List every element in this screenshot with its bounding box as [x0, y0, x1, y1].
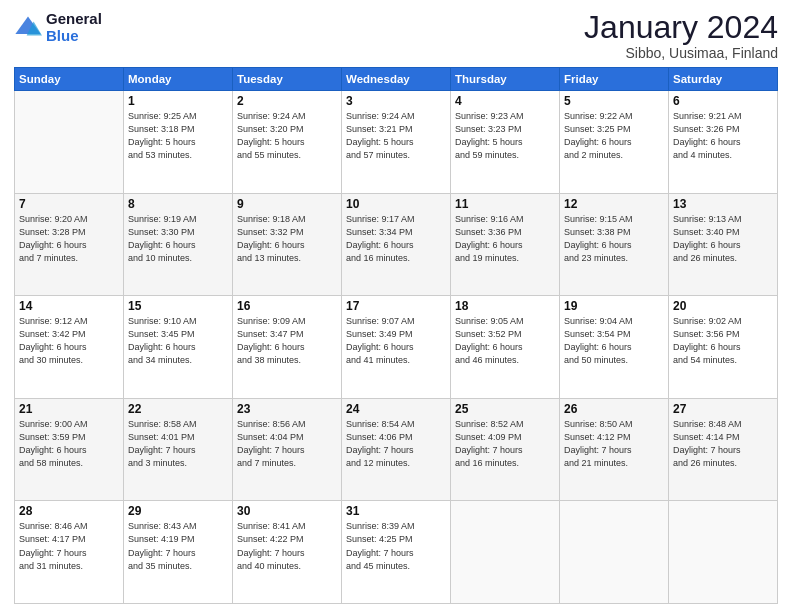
calendar-week-row: 14Sunrise: 9:12 AM Sunset: 3:42 PM Dayli…: [15, 296, 778, 399]
calendar-day-cell: 18Sunrise: 9:05 AM Sunset: 3:52 PM Dayli…: [451, 296, 560, 399]
day-info: Sunrise: 8:54 AM Sunset: 4:06 PM Dayligh…: [346, 418, 446, 470]
calendar-day-cell: 14Sunrise: 9:12 AM Sunset: 3:42 PM Dayli…: [15, 296, 124, 399]
calendar-day-cell: 2Sunrise: 9:24 AM Sunset: 3:20 PM Daylig…: [233, 91, 342, 194]
day-info: Sunrise: 9:00 AM Sunset: 3:59 PM Dayligh…: [19, 418, 119, 470]
calendar-day-cell: 21Sunrise: 9:00 AM Sunset: 3:59 PM Dayli…: [15, 398, 124, 501]
calendar-day-cell: 30Sunrise: 8:41 AM Sunset: 4:22 PM Dayli…: [233, 501, 342, 604]
page-subtitle: Sibbo, Uusimaa, Finland: [584, 45, 778, 61]
day-info: Sunrise: 9:24 AM Sunset: 3:21 PM Dayligh…: [346, 110, 446, 162]
day-number: 4: [455, 94, 555, 108]
calendar-day-cell: 1Sunrise: 9:25 AM Sunset: 3:18 PM Daylig…: [124, 91, 233, 194]
day-number: 24: [346, 402, 446, 416]
calendar-day-cell: 16Sunrise: 9:09 AM Sunset: 3:47 PM Dayli…: [233, 296, 342, 399]
calendar-day-cell: 29Sunrise: 8:43 AM Sunset: 4:19 PM Dayli…: [124, 501, 233, 604]
day-info: Sunrise: 9:17 AM Sunset: 3:34 PM Dayligh…: [346, 213, 446, 265]
day-info: Sunrise: 9:19 AM Sunset: 3:30 PM Dayligh…: [128, 213, 228, 265]
calendar-day-cell: 11Sunrise: 9:16 AM Sunset: 3:36 PM Dayli…: [451, 193, 560, 296]
day-number: 10: [346, 197, 446, 211]
day-info: Sunrise: 8:50 AM Sunset: 4:12 PM Dayligh…: [564, 418, 664, 470]
weekday-header-row: SundayMondayTuesdayWednesdayThursdayFrid…: [15, 68, 778, 91]
day-number: 30: [237, 504, 337, 518]
calendar-day-cell: [451, 501, 560, 604]
calendar-day-cell: 5Sunrise: 9:22 AM Sunset: 3:25 PM Daylig…: [560, 91, 669, 194]
calendar-day-cell: 20Sunrise: 9:02 AM Sunset: 3:56 PM Dayli…: [669, 296, 778, 399]
logo-icon: [14, 13, 42, 41]
day-number: 19: [564, 299, 664, 313]
day-info: Sunrise: 9:04 AM Sunset: 3:54 PM Dayligh…: [564, 315, 664, 367]
day-number: 26: [564, 402, 664, 416]
calendar-day-cell: 19Sunrise: 9:04 AM Sunset: 3:54 PM Dayli…: [560, 296, 669, 399]
calendar-day-cell: 10Sunrise: 9:17 AM Sunset: 3:34 PM Dayli…: [342, 193, 451, 296]
day-number: 5: [564, 94, 664, 108]
day-info: Sunrise: 9:02 AM Sunset: 3:56 PM Dayligh…: [673, 315, 773, 367]
day-info: Sunrise: 9:13 AM Sunset: 3:40 PM Dayligh…: [673, 213, 773, 265]
weekday-header-friday: Friday: [560, 68, 669, 91]
calendar-week-row: 21Sunrise: 9:00 AM Sunset: 3:59 PM Dayli…: [15, 398, 778, 501]
day-info: Sunrise: 8:56 AM Sunset: 4:04 PM Dayligh…: [237, 418, 337, 470]
page: General Blue January 2024 Sibbo, Uusimaa…: [0, 0, 792, 612]
day-number: 20: [673, 299, 773, 313]
day-info: Sunrise: 8:46 AM Sunset: 4:17 PM Dayligh…: [19, 520, 119, 572]
weekday-header-tuesday: Tuesday: [233, 68, 342, 91]
calendar-week-row: 7Sunrise: 9:20 AM Sunset: 3:28 PM Daylig…: [15, 193, 778, 296]
calendar-day-cell: 24Sunrise: 8:54 AM Sunset: 4:06 PM Dayli…: [342, 398, 451, 501]
day-info: Sunrise: 8:41 AM Sunset: 4:22 PM Dayligh…: [237, 520, 337, 572]
header: General Blue January 2024 Sibbo, Uusimaa…: [14, 10, 778, 61]
day-number: 31: [346, 504, 446, 518]
day-number: 25: [455, 402, 555, 416]
day-number: 21: [19, 402, 119, 416]
day-info: Sunrise: 9:18 AM Sunset: 3:32 PM Dayligh…: [237, 213, 337, 265]
calendar-day-cell: 4Sunrise: 9:23 AM Sunset: 3:23 PM Daylig…: [451, 91, 560, 194]
weekday-header-thursday: Thursday: [451, 68, 560, 91]
day-number: 12: [564, 197, 664, 211]
day-info: Sunrise: 9:23 AM Sunset: 3:23 PM Dayligh…: [455, 110, 555, 162]
day-info: Sunrise: 9:22 AM Sunset: 3:25 PM Dayligh…: [564, 110, 664, 162]
calendar-day-cell: 7Sunrise: 9:20 AM Sunset: 3:28 PM Daylig…: [15, 193, 124, 296]
calendar-day-cell: [15, 91, 124, 194]
logo-text: General Blue: [46, 10, 102, 45]
day-info: Sunrise: 9:07 AM Sunset: 3:49 PM Dayligh…: [346, 315, 446, 367]
calendar-day-cell: 31Sunrise: 8:39 AM Sunset: 4:25 PM Dayli…: [342, 501, 451, 604]
calendar-day-cell: 12Sunrise: 9:15 AM Sunset: 3:38 PM Dayli…: [560, 193, 669, 296]
calendar-day-cell: 22Sunrise: 8:58 AM Sunset: 4:01 PM Dayli…: [124, 398, 233, 501]
day-info: Sunrise: 8:39 AM Sunset: 4:25 PM Dayligh…: [346, 520, 446, 572]
day-number: 8: [128, 197, 228, 211]
day-info: Sunrise: 9:12 AM Sunset: 3:42 PM Dayligh…: [19, 315, 119, 367]
day-number: 17: [346, 299, 446, 313]
day-info: Sunrise: 9:20 AM Sunset: 3:28 PM Dayligh…: [19, 213, 119, 265]
calendar-day-cell: 15Sunrise: 9:10 AM Sunset: 3:45 PM Dayli…: [124, 296, 233, 399]
weekday-header-monday: Monday: [124, 68, 233, 91]
day-info: Sunrise: 8:43 AM Sunset: 4:19 PM Dayligh…: [128, 520, 228, 572]
calendar-day-cell: 26Sunrise: 8:50 AM Sunset: 4:12 PM Dayli…: [560, 398, 669, 501]
day-number: 29: [128, 504, 228, 518]
calendar-day-cell: 8Sunrise: 9:19 AM Sunset: 3:30 PM Daylig…: [124, 193, 233, 296]
day-number: 6: [673, 94, 773, 108]
weekday-header-wednesday: Wednesday: [342, 68, 451, 91]
calendar-week-row: 28Sunrise: 8:46 AM Sunset: 4:17 PM Dayli…: [15, 501, 778, 604]
day-number: 9: [237, 197, 337, 211]
calendar-day-cell: 9Sunrise: 9:18 AM Sunset: 3:32 PM Daylig…: [233, 193, 342, 296]
day-number: 11: [455, 197, 555, 211]
weekday-header-saturday: Saturday: [669, 68, 778, 91]
day-info: Sunrise: 9:25 AM Sunset: 3:18 PM Dayligh…: [128, 110, 228, 162]
day-info: Sunrise: 9:05 AM Sunset: 3:52 PM Dayligh…: [455, 315, 555, 367]
day-info: Sunrise: 9:24 AM Sunset: 3:20 PM Dayligh…: [237, 110, 337, 162]
day-info: Sunrise: 9:21 AM Sunset: 3:26 PM Dayligh…: [673, 110, 773, 162]
calendar-day-cell: 6Sunrise: 9:21 AM Sunset: 3:26 PM Daylig…: [669, 91, 778, 194]
day-number: 27: [673, 402, 773, 416]
day-info: Sunrise: 9:16 AM Sunset: 3:36 PM Dayligh…: [455, 213, 555, 265]
calendar-day-cell: 27Sunrise: 8:48 AM Sunset: 4:14 PM Dayli…: [669, 398, 778, 501]
calendar-day-cell: 3Sunrise: 9:24 AM Sunset: 3:21 PM Daylig…: [342, 91, 451, 194]
calendar-day-cell: [560, 501, 669, 604]
day-number: 7: [19, 197, 119, 211]
calendar-day-cell: 17Sunrise: 9:07 AM Sunset: 3:49 PM Dayli…: [342, 296, 451, 399]
calendar-day-cell: 25Sunrise: 8:52 AM Sunset: 4:09 PM Dayli…: [451, 398, 560, 501]
day-number: 2: [237, 94, 337, 108]
day-number: 3: [346, 94, 446, 108]
day-info: Sunrise: 9:09 AM Sunset: 3:47 PM Dayligh…: [237, 315, 337, 367]
day-number: 28: [19, 504, 119, 518]
day-number: 14: [19, 299, 119, 313]
weekday-header-sunday: Sunday: [15, 68, 124, 91]
calendar-day-cell: [669, 501, 778, 604]
day-number: 13: [673, 197, 773, 211]
